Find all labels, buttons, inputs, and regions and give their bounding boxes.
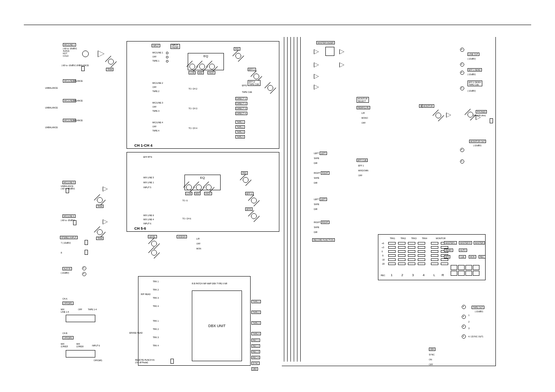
rf-t4d: DIR — [314, 231, 318, 233]
mixdown: MIXDOWN — [358, 169, 368, 172]
dbxtext: DBX UNIT — [208, 324, 226, 328]
effcue: EFF CUE — [357, 159, 368, 162]
rf-t4s: SAFE — [314, 226, 319, 228]
ton3: 3 — [468, 327, 470, 330]
r0: +6 — [382, 242, 384, 244]
ml5lbl: MIC/LINE 5 — [62, 181, 76, 184]
rphead: R/P HEAD — [141, 293, 151, 295]
otape4: TAPE 4 — [251, 332, 261, 335]
sel-tp1: TAPE 1 — [152, 60, 159, 62]
eq-low-knob — [189, 64, 195, 69]
mfblock — [325, 47, 334, 56]
eq56txt: EQ — [200, 176, 205, 180]
chasw — [66, 315, 95, 322]
sel-off3: OFF — [152, 106, 157, 108]
aoff: OFF — [196, 242, 200, 245]
sum-eff1 — [314, 74, 319, 79]
t4: TAPE 4 — [235, 135, 245, 138]
ch2to: TO: CH 2 — [189, 88, 197, 90]
n3: 3 — [412, 273, 414, 277]
monmono: MONO — [362, 117, 368, 119]
dbsync: SYNC — [429, 353, 435, 356]
trim5l: TRIM — [96, 205, 104, 208]
auxl — [82, 266, 86, 270]
ch14-title: CH 1-CH 4 — [134, 143, 152, 148]
eq56mid: MID — [194, 192, 200, 195]
mbtn3: EFF — [444, 255, 450, 258]
s8n: 8 — [61, 251, 62, 254]
bal-4: BALANCE — [73, 119, 83, 122]
dbxsw: DBX — [429, 348, 435, 351]
otape3: TAPE 3 — [251, 321, 261, 325]
trim6 — [97, 229, 103, 235]
rf-t3s: SAFE — [314, 203, 319, 205]
miclabel-1: MIC/LINE 1 — [63, 43, 76, 46]
n4: 4 — [423, 273, 424, 277]
to3 — [462, 325, 466, 329]
eq56high: HIGH — [204, 192, 212, 195]
ch4to: TO: CH 4 — [189, 127, 197, 129]
mh4: TRK4 — [422, 237, 427, 240]
pan56k — [243, 177, 249, 183]
sel-ml1: MIC/LINE 1 — [152, 51, 163, 54]
dboff: OFF — [429, 363, 433, 366]
eq-mid-knob — [199, 64, 205, 69]
pan56: PAN — [241, 171, 248, 175]
dbxamp: R.B PATCH INP AMP DBX TYPE II NR — [192, 282, 227, 285]
r3: -5 — [382, 254, 383, 257]
auxinlvl: (-10dBV) — [61, 272, 69, 274]
t1: TAPE 1 — [235, 120, 245, 124]
xlr-connector — [82, 51, 89, 57]
phoneslbl: PHONES — [476, 110, 487, 113]
input-sel: INPUT — [152, 44, 160, 47]
sumR — [314, 62, 319, 67]
busB — [294, 37, 294, 362]
phoneslvl: (0mW/8 ohm) — [473, 114, 486, 117]
ml6lbl: MIC/LINE 6 — [62, 214, 76, 218]
eff2cue: EFF 2/ TAPE CUE — [248, 80, 260, 86]
rf-t3l: LEFT LEFT — [314, 198, 327, 201]
s7: (-10dBV) — [62, 242, 71, 244]
mbtn5: MON — [469, 255, 476, 258]
mixl5: MIX (LINE)5 — [61, 343, 68, 348]
mb3 — [465, 265, 472, 270]
monitorlbl: MONITOR — [422, 104, 434, 108]
tapeoutlvl: (-10dBV) — [475, 310, 483, 313]
eff2-knob — [267, 85, 273, 91]
auxr — [82, 272, 86, 276]
chb: CH.B — [62, 332, 67, 334]
mbtnrx: REMIX — [444, 249, 453, 252]
sel-tp2: TAPE 2 — [152, 90, 159, 92]
eff1-knob — [253, 74, 259, 79]
dbxbox: DBX UNIT — [192, 291, 242, 361]
ch56-title: CH 5-6 — [134, 226, 146, 231]
t3: TAPE 3 — [235, 130, 245, 134]
preamp-1 — [98, 51, 104, 57]
chaoff: OFF — [78, 308, 82, 311]
trk1: TRK 1 — [153, 280, 159, 283]
mbtn4: CUE — [459, 255, 466, 258]
stereolbl: STEREO INPUT — [60, 236, 78, 239]
ml6: MIX LINE 6 — [143, 214, 154, 217]
d3: DIRECT 3 — [235, 107, 247, 110]
rf-t4r: RIGHT RIGHT — [314, 221, 329, 224]
lineoutlbl: LINE OUT — [467, 53, 479, 56]
schematic-root: MIC/LINE 1 (-60 to -20dBV) XLR(3) HOT CO… — [0, 0, 555, 392]
otape2: TAPE 2 — [251, 311, 261, 314]
sumL — [314, 49, 319, 54]
trim6l: TRIM — [96, 237, 104, 240]
remote: REMOTE PUNCH IN (On-off Pedal) — [135, 359, 154, 364]
offnrc: OFF(NR) — [94, 359, 102, 362]
busD — [300, 37, 301, 362]
ton4: 4 / (SYNC OUT) — [468, 335, 483, 338]
lvlk2 — [151, 250, 157, 256]
phonej — [490, 118, 493, 123]
remix: REMIX(L/R) — [357, 106, 370, 109]
r2: 0 — [382, 250, 383, 253]
effcue1: EFF 1 — [358, 164, 364, 167]
pan-knob — [235, 53, 241, 59]
monk2 — [467, 112, 473, 118]
r1: +3 — [382, 246, 384, 249]
ton1: 1 — [468, 314, 470, 316]
eq56h — [206, 184, 212, 190]
